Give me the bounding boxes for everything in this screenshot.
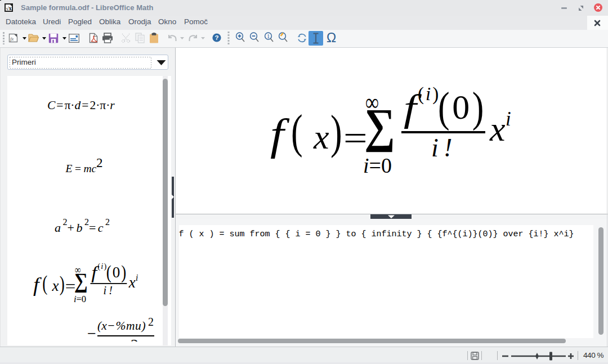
svg-text:fx: fx [10, 37, 14, 42]
svg-text:1: 1 [267, 33, 270, 39]
svg-text:√x: √x [6, 6, 12, 11]
svg-text:Ω: Ω [327, 32, 336, 44]
svg-text:?: ? [214, 34, 218, 41]
